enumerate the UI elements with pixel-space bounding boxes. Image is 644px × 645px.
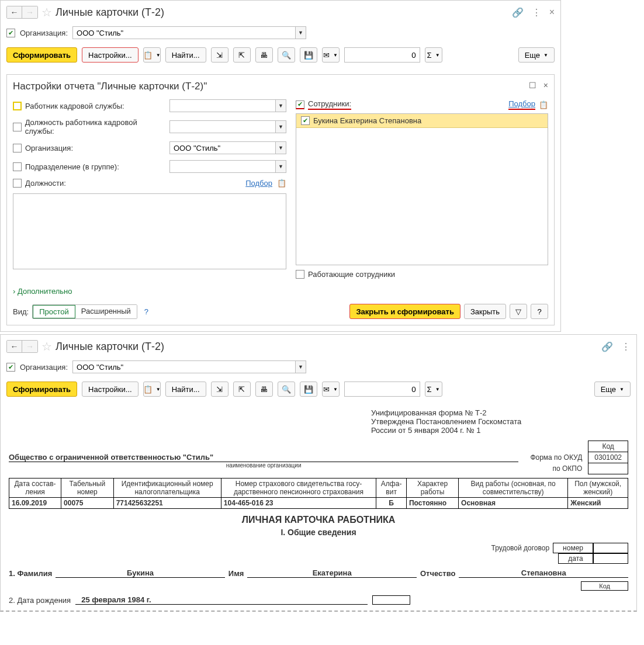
window-title: Личные карточки (Т-2) [56, 6, 508, 19]
sigma-button[interactable]: Σ▼ [425, 47, 442, 63]
org-dropdown[interactable]: ▼ [295, 27, 306, 39]
collapse-button-2[interactable]: ⇱ [233, 382, 251, 397]
org-checkbox[interactable] [6, 29, 15, 37]
org2-input[interactable] [170, 142, 275, 154]
dept-input[interactable] [170, 161, 275, 172]
panel-close[interactable]: × [543, 81, 548, 90]
org2-chk[interactable] [13, 144, 22, 152]
num-field-2[interactable] [344, 382, 420, 397]
hr-pos-input[interactable] [170, 121, 275, 133]
org-combo[interactable] [73, 27, 295, 39]
doc-org-name: Общество с ограниченной ответственностью… [9, 453, 518, 462]
view-ext[interactable]: Расширенный [75, 305, 137, 318]
settings-button[interactable]: Настройки... [82, 47, 139, 63]
expand-button-2[interactable]: ⇲ [211, 382, 228, 397]
doc-card-title: ЛИЧНАЯ КАРТОЧКА РАБОТНИКА [9, 515, 628, 525]
close-generate-button[interactable]: Закрыть и сформировать [349, 304, 461, 319]
star-icon-2[interactable]: ☆ [41, 339, 52, 353]
paste-button[interactable]: 📋▼ [143, 47, 161, 63]
employees-pick[interactable]: Подбор [508, 99, 535, 110]
employees-list[interactable]: Букина Екатерина Степановна [296, 113, 548, 265]
panel-title: Настройки отчета "Личные карточки (Т-2)" [13, 81, 548, 92]
main-table: Дата состав­ленияТабельный номерИдентифи… [9, 478, 628, 509]
save-button[interactable]: 💾 [300, 47, 317, 63]
org-combo-2[interactable] [73, 361, 295, 373]
collapse-button[interactable]: ⇱ [233, 47, 251, 63]
org-checkbox-2[interactable] [6, 363, 15, 372]
star-icon[interactable]: ☆ [41, 5, 52, 19]
positions-list[interactable] [13, 193, 286, 269]
preview-button-2[interactable]: 🔍 [278, 382, 295, 397]
link-icon[interactable]: 🔗 [512, 7, 524, 18]
employees-chk[interactable] [296, 100, 304, 109]
working-chk[interactable] [296, 270, 304, 279]
doc-section-1: I. Общие сведения [9, 528, 628, 537]
paste-icon[interactable]: 📋 [277, 179, 286, 188]
find-button-2[interactable]: Найти... [165, 382, 206, 397]
expand-button[interactable]: ⇲ [211, 47, 228, 63]
more-button-2[interactable]: Еще▼ [594, 382, 631, 397]
positions-pick[interactable]: Подбор [245, 179, 272, 188]
close-icon[interactable]: × [549, 7, 555, 18]
hr-pos-chk[interactable] [13, 123, 22, 131]
org-label: Организация: [20, 29, 68, 37]
print-button-2[interactable]: 🖶 [255, 382, 273, 397]
panel-maximize[interactable]: ☐ [529, 81, 536, 90]
paste-button-2[interactable]: 📋▼ [143, 382, 161, 397]
nav-fwd[interactable]: → [22, 6, 37, 18]
help-view[interactable]: ? [144, 307, 148, 316]
nav-back-2[interactable]: ← [7, 341, 22, 352]
mail-button[interactable]: ✉▼ [322, 47, 340, 63]
link-icon-2[interactable]: 🔗 [601, 341, 613, 352]
employee-row[interactable]: Букина Екатерина Степановна [296, 114, 548, 128]
save-button-2[interactable]: 💾 [300, 382, 317, 397]
generate-button[interactable]: Сформировать [6, 47, 77, 63]
sigma-button-2[interactable]: Σ▼ [425, 382, 442, 397]
mail-button-2[interactable]: ✉▼ [322, 382, 340, 397]
window-title-2: Личные карточки (Т-2) [56, 341, 598, 353]
settings-button-2[interactable]: Настройки... [82, 382, 139, 397]
print-button[interactable]: 🖶 [255, 47, 273, 63]
num-field[interactable] [344, 47, 420, 63]
nav-fwd-2[interactable]: → [22, 341, 37, 352]
help-button[interactable]: ? [531, 304, 548, 319]
more-icon-2[interactable]: ⋮ [621, 341, 631, 352]
view-simple[interactable]: Простой [33, 305, 75, 318]
employees-label: Сотрудники: [308, 99, 351, 110]
emp-row-chk[interactable] [301, 116, 310, 125]
hr-worker-chk[interactable] [13, 102, 22, 110]
dept-chk[interactable] [13, 162, 22, 171]
close-button[interactable]: Закрыть [464, 304, 506, 319]
generate-button-2[interactable]: Сформировать [6, 382, 77, 397]
nav-back[interactable]: ← [7, 6, 22, 18]
advanced-link[interactable]: Дополнительно [13, 287, 72, 296]
find-button[interactable]: Найти... [165, 47, 206, 63]
code-table: Код Форма по ОКУД0301002 по ОКПО [524, 441, 628, 474]
hr-worker-input[interactable] [170, 100, 275, 112]
paste-icon-2[interactable]: 📋 [539, 100, 548, 109]
pos-chk[interactable] [13, 179, 22, 188]
report-document: Унифицированная форма № Т-2 Утверждена П… [1, 403, 636, 611]
more-button[interactable]: Еще▼ [518, 47, 555, 63]
preview-button[interactable]: 🔍 [278, 47, 295, 63]
more-icon[interactable]: ⋮ [532, 7, 541, 18]
filter-button[interactable]: ▽ [510, 304, 527, 319]
